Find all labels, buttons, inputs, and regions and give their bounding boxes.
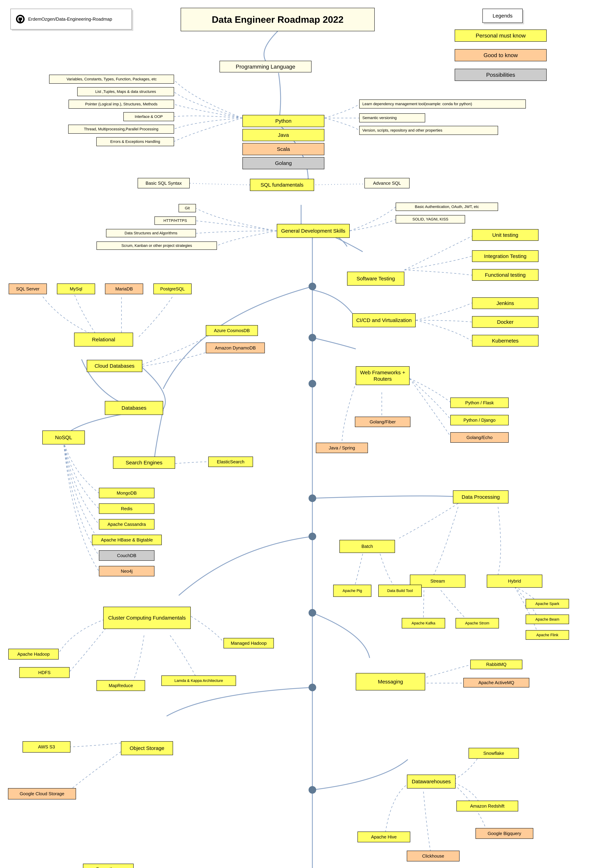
db-cosmos: Azure CosmosDB <box>206 325 258 336</box>
lang-python: Python <box>243 115 324 127</box>
spine-dot <box>309 334 316 341</box>
legend-poss: Possibilities <box>454 69 547 81</box>
dp-kafka: Apache Kafka <box>402 618 445 628</box>
test-unit: Unit testing <box>472 229 538 241</box>
db-elastic: ElasticSearch <box>208 457 253 467</box>
py-ver: Version, scripts, repository and other p… <box>359 126 498 135</box>
databases: Databases <box>105 401 163 415</box>
legend-good: Good to know <box>454 49 547 61</box>
web-django: Python / Django <box>450 415 509 425</box>
web-spring: Java / Spring <box>316 443 368 453</box>
db-redis: Redis <box>99 504 155 514</box>
dw-ch: Clickhouse <box>407 851 459 862</box>
gds: General Development Skills <box>277 224 350 238</box>
repo-banner[interactable]: ErdemOzgen/Data-Engineering-Roadmap <box>11 9 132 29</box>
mon-prom: Prometheus <box>83 864 134 868</box>
programming-language: Programming Language <box>220 61 312 72</box>
spine-dot <box>309 609 316 617</box>
spine-dot <box>309 380 316 388</box>
dw-bq: Google Bigquery <box>476 828 533 839</box>
cicd: CI/CD and Virtualization <box>352 313 416 327</box>
dp-beam: Apache Beam <box>526 615 569 624</box>
web-title: Web Frameworks + Routers <box>356 366 410 385</box>
cluster-mr: MapReduce <box>96 680 145 691</box>
spine-dot <box>309 494 316 502</box>
db-mongo: MongoDB <box>99 488 155 498</box>
db-dynamo: Amazon DynamoDB <box>206 343 265 353</box>
cluster: Cluster Computing Fundamentals <box>103 607 191 629</box>
dp-strom: Apache Strom <box>456 618 499 628</box>
dp-pig: Apache Pig <box>333 585 371 597</box>
dw: Datawarehouses <box>407 775 456 789</box>
dp-hybrid: Hybrid <box>487 575 542 587</box>
py-ptr: Pointer (Logical imp.), Structures, Meth… <box>68 100 174 108</box>
cluster-hadoop: Apache Hadoop <box>8 649 59 660</box>
sql-basic: Basic SQL Syntax <box>138 178 190 188</box>
gds-ds: Data Structures and Algorithms <box>106 229 196 237</box>
py-dep: Learn dependency management tool(example… <box>359 99 526 108</box>
sql-fund: SQL fundamentals <box>250 179 314 191</box>
dp-title: Data Processing <box>453 490 509 504</box>
db-sqlserver: SQL Server <box>9 284 47 294</box>
gds-solid: SOLID, YAGNI, KISS <box>396 215 465 223</box>
lang-golang: Golang <box>243 157 324 169</box>
msg: Messaging <box>356 673 425 690</box>
dw-snow: Snowflake <box>468 748 519 759</box>
db-couch: CouchDB <box>99 550 155 561</box>
db-neo: Neo4j <box>99 566 155 577</box>
dw-hive: Apache Hive <box>357 832 410 842</box>
lang-java: Java <box>243 129 324 141</box>
cluster-lk: Lamda & Kappa Architecture <box>161 676 236 686</box>
lang-scala: Scala <box>243 143 324 155</box>
cluster-hdfs: HDFS <box>19 667 70 678</box>
github-icon <box>16 15 25 23</box>
gds-scrum: Scrum, Kanban or other project strategie… <box>96 242 217 250</box>
repo-name: ErdemOzgen/Data-Engineering-Roadmap <box>28 17 112 22</box>
msg-rabbit: RabbitMQ <box>470 660 523 669</box>
obj: Object Storage <box>121 741 173 755</box>
db-cass: Apache Cassandra <box>99 519 155 530</box>
cluster-mh: Managed Hadoop <box>224 638 274 648</box>
web-echo: Golang/Echo <box>450 432 509 443</box>
db-hbase: Apache HBase & Bigtable <box>92 535 162 545</box>
spine-dot <box>309 283 316 290</box>
py-sem: Semantic versioning <box>359 113 425 122</box>
dp-dbt: Data Build Tool <box>378 585 422 597</box>
test-int: Integration Testing <box>472 250 538 262</box>
dp-batch: Batch <box>339 540 395 553</box>
sql-adv: Advance SQL <box>365 178 410 188</box>
cicd-jenkins: Jenkins <box>472 298 538 309</box>
web-fiber: Golang/Fiber <box>355 417 410 427</box>
dp-flink: Apache Flink <box>526 630 569 640</box>
db-nosql: NoSQL <box>42 431 85 445</box>
db-search: Search Engines <box>113 457 175 469</box>
spine-dot <box>309 533 316 540</box>
db-pg: PostgreSQL <box>153 284 192 294</box>
legend-header: Legends <box>482 9 523 23</box>
db-mysql: MySql <box>57 284 95 294</box>
py-list: List ,Tuples, Maps & data structures <box>77 87 174 96</box>
gds-http: HTTP/HTTPS <box>155 217 196 225</box>
obj-s3: AWS S3 <box>23 741 70 753</box>
py-thread: Thread, Multiprocessing,Parallel Process… <box>68 125 174 134</box>
obj-gcs: Google Cloud Storage <box>8 788 76 800</box>
spine-dot <box>309 684 316 691</box>
test-title: Software Testing <box>347 272 404 285</box>
py-err: Errors & Exceptions Handling <box>96 137 174 146</box>
cicd-k8s: Kubernetes <box>472 335 538 347</box>
spine-dot <box>309 786 316 794</box>
msg-active: Apache ActiveMQ <box>463 678 529 687</box>
py-iface: Interface & OOP <box>124 112 174 121</box>
gds-auth: Basic Authentication, OAuth, JWT, etc <box>396 203 498 211</box>
db-cloud: Cloud Databases <box>87 360 142 372</box>
cicd-docker: Docker <box>472 316 538 328</box>
web-flask: Python / Flask <box>450 398 509 408</box>
db-maria: MariaDB <box>105 284 143 294</box>
py-vars: Variables, Constants, Types, Function, P… <box>49 74 174 84</box>
db-rel: Relational <box>74 333 133 347</box>
dp-spark: Apache Spark <box>526 599 569 608</box>
dw-red: Amazon Redshift <box>456 801 518 811</box>
test-func: Functional testing <box>472 269 538 281</box>
roadmap-title: Data Engineer Roadmap 2022 <box>181 8 375 31</box>
gds-git: Git <box>179 204 196 212</box>
